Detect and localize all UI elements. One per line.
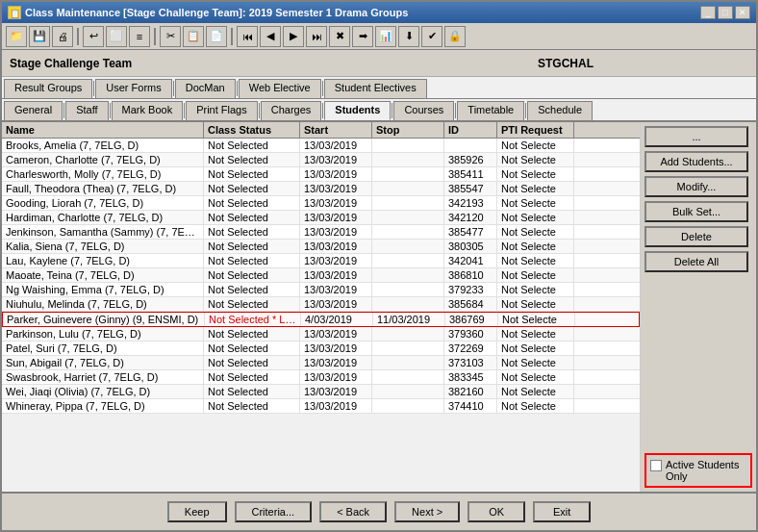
delete-all-button[interactable]: Delete All (644, 251, 748, 272)
grid-button[interactable]: ⬜ (106, 26, 127, 47)
keep-button[interactable]: Keep (167, 501, 227, 522)
refresh-button[interactable]: ↩ (83, 26, 104, 47)
tab-students[interactable]: Students (324, 101, 391, 120)
cut-button[interactable]: ✂ (160, 26, 181, 47)
table-cell: Not Selecte (497, 196, 574, 210)
table-row[interactable]: Jenkinson, Samantha (Sammy) (7, 7ELG,Not… (2, 225, 640, 240)
delete-button[interactable]: Delete (644, 226, 748, 247)
table-row[interactable]: Charlesworth, Molly (7, 7ELG, D)Not Sele… (2, 167, 640, 182)
ellipsis-button[interactable]: ... (644, 126, 748, 147)
table-cell (372, 254, 444, 267)
table-cell: Hardiman, Charlotte (7, 7ELG, D) (2, 211, 204, 224)
table-row[interactable]: Hardiman, Charlotte (7, 7ELG, D)Not Sele… (2, 211, 640, 225)
tab-timetable[interactable]: Timetable (457, 101, 524, 120)
table-cell: Not Selecte (497, 327, 574, 341)
exit-button[interactable]: Exit (533, 501, 591, 522)
table-row[interactable]: Kalia, Siena (7, 7ELG, D)Not Selected13/… (2, 240, 640, 254)
table-row[interactable]: Niuhulu, Melinda (7, 7ELG, D)Not Selecte… (2, 297, 640, 312)
table-row[interactable]: Maoate, Teina (7, 7ELG, D)Not Selected13… (2, 268, 640, 283)
toolbar-separator-1 (77, 28, 79, 45)
table-cell: Cameron, Charlotte (7, 7ELG, D) (2, 153, 204, 166)
table-cell (372, 356, 444, 369)
table-cell: 13/03/2019 (300, 225, 372, 239)
delete-toolbar-button[interactable]: ✖ (329, 26, 350, 47)
new-button[interactable]: 📁 (6, 26, 27, 47)
table-row[interactable]: Faull, Theodora (Thea) (7, 7ELG, D)Not S… (2, 182, 640, 196)
toolbar-separator-2 (154, 28, 156, 45)
table-row[interactable]: Parkinson, Lulu (7, 7ELG, D)Not Selected… (2, 327, 640, 342)
table-cell: 13/03/2019 (300, 385, 372, 398)
chart-button[interactable]: 📊 (375, 26, 396, 47)
active-students-checkbox[interactable] (650, 460, 662, 471)
table-row[interactable]: Ng Waishing, Emma (7, 7ELG, D)Not Select… (2, 283, 640, 297)
save-button[interactable]: 💾 (29, 26, 50, 47)
table-cell: 13/03/2019 (300, 139, 372, 152)
minimize-button[interactable]: _ (700, 6, 716, 19)
tab-student-electives[interactable]: Student Electives (324, 79, 427, 98)
table-row[interactable]: Whineray, Pippa (7, 7ELG, D)Not Selected… (2, 399, 640, 414)
last-button[interactable]: ⏭ (306, 26, 327, 47)
close-button[interactable]: ✕ (735, 6, 750, 19)
back-button[interactable]: < Back (319, 501, 387, 522)
tab-mark-book[interactable]: Mark Book (112, 101, 184, 120)
tab-web-elective[interactable]: Web Elective (239, 79, 321, 98)
paste-button[interactable]: 📄 (206, 26, 227, 47)
table-row[interactable]: Gooding, Liorah (7, 7ELG, D)Not Selected… (2, 196, 640, 211)
table-cell: Not Selected (204, 399, 300, 413)
tab-user-forms[interactable]: User Forms (95, 79, 171, 98)
table-row[interactable]: Lau, Kaylene (7, 7ELG, D)Not Selected13/… (2, 254, 640, 268)
list-button[interactable]: ≡ (129, 26, 150, 47)
tab-staff[interactable]: Staff (65, 101, 108, 120)
modify-button[interactable]: Modify... (644, 176, 748, 197)
table-body[interactable]: Brooks, Amelia (7, 7ELG, D)Not Selected1… (2, 139, 640, 492)
table-cell: Swasbrook, Harriet (7, 7ELG, D) (2, 370, 204, 384)
ok-button[interactable]: OK (467, 501, 525, 522)
table-cell (372, 399, 444, 413)
tab-schedule[interactable]: Schedule (527, 101, 593, 120)
lock-button[interactable]: 🔒 (444, 26, 466, 47)
col-header-pti: PTI Request (497, 122, 574, 138)
tab-charges[interactable]: Charges (261, 101, 322, 120)
table-row[interactable]: Sun, Abigail (7, 7ELG, D)Not Selected13/… (2, 356, 640, 370)
prev-button[interactable]: ◀ (260, 26, 281, 47)
class-name: Stage Challenge Team (10, 57, 375, 70)
import-button[interactable]: ⬇ (398, 26, 419, 47)
table-cell: 379233 (444, 283, 497, 296)
tab-docman[interactable]: DocMan (175, 79, 236, 98)
copy-button[interactable]: 📋 (183, 26, 204, 47)
tab-print-flags[interactable]: Print Flags (186, 101, 258, 120)
main-window: 📋 Class Maintenance [Stage Challenge Tea… (0, 0, 758, 532)
print-button[interactable]: 🖨 (52, 26, 73, 47)
table-cell: Maoate, Teina (7, 7ELG, D) (2, 268, 204, 282)
table-cell: Not Selecte (497, 399, 574, 413)
table-cell: Not Selecte (498, 313, 575, 326)
tab-general[interactable]: General (4, 101, 63, 120)
table-cell: 13/03/2019 (300, 254, 372, 267)
check-button[interactable]: ✔ (421, 26, 442, 47)
table-cell: Not Selected (204, 268, 300, 282)
table-cell: Not Selecte (497, 139, 574, 152)
table-cell: 385684 (444, 297, 497, 311)
table-cell: Not Selecte (497, 356, 574, 369)
tab-courses[interactable]: Courses (393, 101, 454, 120)
first-button[interactable]: ⏮ (237, 26, 258, 47)
next-button[interactable]: Next > (394, 501, 460, 522)
active-students-container: Active Students Only (644, 453, 752, 488)
next-nav-button[interactable]: ▶ (283, 26, 304, 47)
add-students-button[interactable]: Add Students... (644, 151, 748, 172)
table-row[interactable]: Patel, Suri (7, 7ELG, D)Not Selected13/0… (2, 342, 640, 356)
table-row[interactable]: Wei, Jiaqi (Olivia) (7, 7ELG, D)Not Sele… (2, 385, 640, 399)
table-row[interactable]: Brooks, Amelia (7, 7ELG, D)Not Selected1… (2, 139, 640, 153)
table-cell: Not Selected (204, 385, 300, 398)
table-row[interactable]: Parker, Guinevere (Ginny) (9, ENSMI, D)N… (2, 312, 640, 327)
forward-button[interactable]: ➡ (352, 26, 373, 47)
tab-result-groups[interactable]: Result Groups (4, 79, 92, 98)
criteria-button[interactable]: Criteria... (235, 501, 313, 522)
table-row[interactable]: Cameron, Charlotte (7, 7ELG, D)Not Selec… (2, 153, 640, 167)
tabs-row2: General Staff Mark Book Print Flags Char… (2, 99, 756, 122)
table-cell: Not Selected (204, 342, 300, 355)
table-cell (372, 327, 444, 341)
table-row[interactable]: Swasbrook, Harriet (7, 7ELG, D)Not Selec… (2, 370, 640, 385)
maximize-button[interactable]: □ (718, 6, 733, 19)
bulk-set-button[interactable]: Bulk Set... (644, 201, 748, 222)
